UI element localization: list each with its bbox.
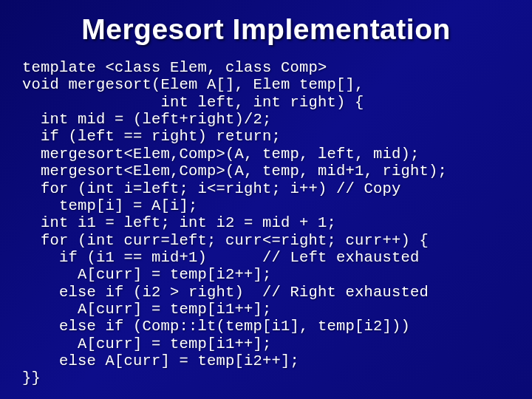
code-block: template <class Elem, class Comp> void m… xyxy=(22,59,510,387)
slide-container: Mergesort Implementation template <class… xyxy=(0,0,532,399)
slide-title: Mergesort Implementation xyxy=(22,13,510,46)
